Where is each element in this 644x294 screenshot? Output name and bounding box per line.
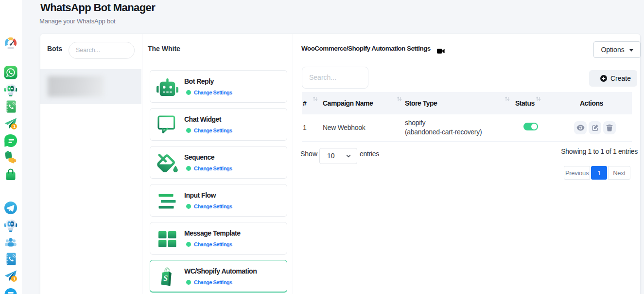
- svg-text:1: 1: [13, 124, 16, 129]
- svg-text:1: 1: [13, 276, 16, 281]
- svg-text:S: S: [163, 274, 168, 282]
